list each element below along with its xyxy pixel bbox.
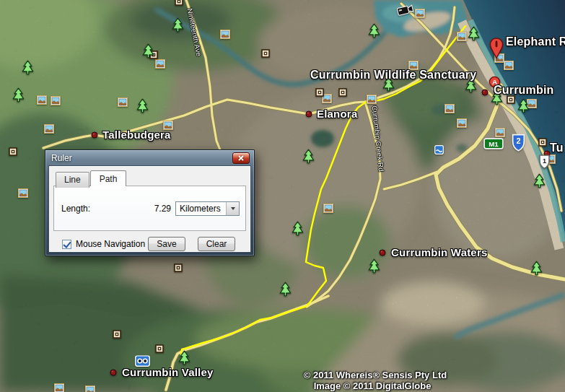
clear-button[interactable]: Clear xyxy=(198,237,235,251)
dialog-body: Line Path Length: 7.29 Kilometers Mouse … xyxy=(48,165,251,253)
length-label: Length: xyxy=(61,204,90,214)
google-earth-viewport: M121A TallebudgeraElanoraCurrumbin Wildl… xyxy=(0,0,565,392)
ruler-dialog: Ruler Line Path Length: 7.29 Kilometers xyxy=(45,149,255,256)
dialog-button-row: Mouse Navigation Save Clear xyxy=(62,237,235,251)
map-attribution-line1: © 2011 Whereis® Sensis Pty Ltd xyxy=(304,370,447,380)
close-button[interactable] xyxy=(232,152,250,164)
units-selected-value: Kilometers xyxy=(176,204,226,214)
path-tab-page: Length: 7.29 Kilometers xyxy=(53,186,246,231)
chevron-down-icon xyxy=(231,207,235,210)
dialog-titlebar[interactable]: Ruler xyxy=(45,150,254,165)
map-attribution-line2: Image © 2011 DigitalGlobe xyxy=(314,380,432,391)
tab-line[interactable]: Line xyxy=(56,172,89,188)
units-select[interactable]: Kilometers xyxy=(175,201,240,216)
mouse-navigation-checkbox[interactable] xyxy=(62,240,71,249)
dialog-title: Ruler xyxy=(51,153,72,163)
length-value: 7.29 xyxy=(154,204,175,214)
mouse-navigation-label: Mouse Navigation xyxy=(76,239,145,249)
ruler-tabs: Line Path xyxy=(56,170,250,186)
save-button[interactable]: Save xyxy=(148,237,185,251)
tab-path[interactable]: Path xyxy=(90,170,127,186)
dropdown-button[interactable] xyxy=(226,202,239,215)
